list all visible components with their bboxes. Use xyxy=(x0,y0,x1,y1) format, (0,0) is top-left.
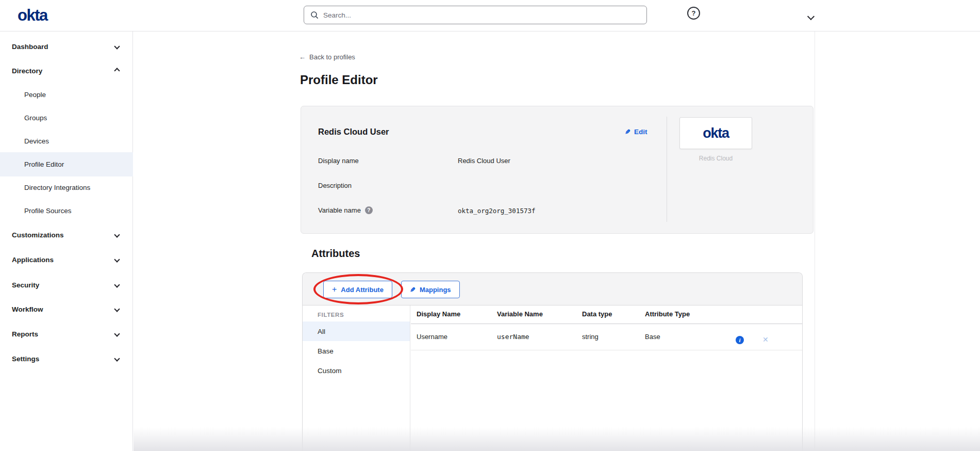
edit-pencil-icon: ✎ xyxy=(625,128,630,136)
chevron-down-icon xyxy=(807,13,815,20)
mappings-pencil-icon: ✎ xyxy=(410,286,416,294)
table-header-row: Display Name Variable Name Data type Att… xyxy=(411,305,802,324)
chevron-up-icon xyxy=(114,68,120,73)
back-to-profiles-link[interactable]: ← Back to profiles xyxy=(299,53,355,61)
add-attribute-button[interactable]: + Add Attribute xyxy=(323,281,392,298)
attributes-section-title: Attributes xyxy=(311,248,360,260)
sidebar-item-people[interactable]: People xyxy=(0,85,133,104)
sidebar-item-label: Groups xyxy=(24,114,47,122)
help-glyph: ? xyxy=(692,9,696,17)
sidebar-item-customizations[interactable]: Customizations xyxy=(0,225,133,244)
field-label-description: Description xyxy=(318,182,352,189)
sidebar-item-settings[interactable]: Settings xyxy=(0,349,133,368)
back-arrow-icon: ← xyxy=(299,53,306,61)
app-logo: okta xyxy=(679,117,752,149)
profile-name: Redis Cloud User xyxy=(318,127,389,137)
content-right-divider xyxy=(815,31,815,451)
chevron-down-icon xyxy=(114,356,120,361)
field-label-variable-name: Variable name ? xyxy=(318,206,373,214)
chevron-down-icon xyxy=(114,282,120,287)
field-label-display-name: Display name xyxy=(318,157,359,165)
add-attribute-label: Add Attribute xyxy=(341,286,384,294)
cell-attribute-type: Base xyxy=(645,333,660,341)
chevron-down-icon xyxy=(114,331,120,336)
search-input[interactable] xyxy=(323,11,640,19)
sidebar-item-dashboard[interactable]: Dashboard xyxy=(0,37,133,56)
global-search[interactable] xyxy=(304,6,647,24)
card-divider xyxy=(667,117,667,222)
sidebar-nav: Dashboard Directory People Groups Device… xyxy=(0,31,133,451)
col-attribute-type: Attribute Type xyxy=(645,310,690,318)
sidebar-item-label: People xyxy=(24,91,46,99)
filters-heading: FILTERS xyxy=(318,312,344,318)
sidebar-item-workflow[interactable]: Workflow xyxy=(0,300,133,318)
sidebar-item-label: Profile Sources xyxy=(24,207,72,215)
cell-variable-name: userName xyxy=(497,333,529,341)
sidebar-item-label: Reports xyxy=(12,330,38,338)
sidebar-item-label: Workflow xyxy=(12,305,43,313)
help-question-icon[interactable]: ? xyxy=(365,206,373,214)
filters-panel: FILTERS All Base Custom xyxy=(303,305,410,451)
table-row[interactable]: Username userName string Base i ✕ xyxy=(411,324,802,350)
mappings-label: Mappings xyxy=(420,286,451,294)
field-value-variable-name: okta_org2org_301573f xyxy=(458,207,536,215)
chevron-down-icon xyxy=(114,256,120,262)
cell-data-type: string xyxy=(582,333,599,341)
sidebar-item-profile-sources[interactable]: Profile Sources xyxy=(0,201,133,220)
chevron-down-icon xyxy=(114,306,120,312)
plus-icon: + xyxy=(332,285,337,294)
sidebar-item-label: Security xyxy=(12,281,39,289)
sidebar-item-label: Directory Integrations xyxy=(24,184,90,191)
profile-summary-card: Redis Cloud User ✎ Edit Display name Red… xyxy=(301,106,813,234)
sidebar-item-label: Settings xyxy=(12,355,39,363)
help-icon[interactable]: ? xyxy=(687,7,700,20)
sidebar-item-label: Applications xyxy=(12,256,54,264)
col-display-name: Display Name xyxy=(417,310,460,318)
sidebar-item-label: Profile Editor xyxy=(24,160,64,168)
chevron-down-icon xyxy=(114,43,120,49)
app-logo-text: okta xyxy=(703,125,729,141)
sidebar-item-directory[interactable]: Directory xyxy=(0,61,133,80)
user-menu-button[interactable] xyxy=(808,12,821,20)
sidebar-item-label: Directory xyxy=(12,67,42,75)
sidebar-item-directory-integrations[interactable]: Directory Integrations xyxy=(0,178,133,197)
attributes-table: Display Name Variable Name Data type Att… xyxy=(411,305,802,451)
top-bar: okta ? xyxy=(0,0,980,31)
sidebar-item-profile-editor[interactable]: Profile Editor xyxy=(0,152,133,176)
chevron-down-icon xyxy=(114,232,120,237)
info-icon[interactable]: i xyxy=(736,336,744,344)
field-value-display-name: Redis Cloud User xyxy=(458,157,510,165)
mappings-button[interactable]: ✎ Mappings xyxy=(401,281,460,298)
page-title: Profile Editor xyxy=(300,73,378,87)
sidebar-item-reports[interactable]: Reports xyxy=(0,325,133,343)
filter-option-all[interactable]: All xyxy=(303,321,410,341)
edit-label: Edit xyxy=(634,128,647,136)
search-icon xyxy=(310,11,319,19)
col-data-type: Data type xyxy=(582,310,612,318)
edit-profile-button[interactable]: ✎ Edit xyxy=(625,128,647,136)
sidebar-item-applications[interactable]: Applications xyxy=(0,250,133,269)
remove-icon[interactable]: ✕ xyxy=(762,335,769,344)
sidebar-item-label: Dashboard xyxy=(12,43,48,51)
sidebar-item-groups[interactable]: Groups xyxy=(0,108,133,127)
sidebar-item-label: Customizations xyxy=(12,231,64,239)
attributes-panel: + Add Attribute ✎ Mappings FILTERS All B… xyxy=(302,272,803,451)
sidebar-item-label: Devices xyxy=(24,137,49,145)
app-logo-caption: Redis Cloud xyxy=(679,155,752,162)
okta-admin-console: okta ? Dashboard Directory People Groups xyxy=(0,0,980,451)
filter-option-custom[interactable]: Custom xyxy=(303,361,410,380)
okta-logo: okta xyxy=(18,6,47,25)
back-link-label: Back to profiles xyxy=(309,53,355,61)
sidebar-item-security[interactable]: Security xyxy=(0,276,133,294)
filter-option-base[interactable]: Base xyxy=(303,341,410,361)
col-variable-name: Variable Name xyxy=(497,310,543,318)
attributes-toolbar: + Add Attribute ✎ Mappings xyxy=(303,273,802,305)
cell-display-name: Username xyxy=(417,333,447,341)
sidebar-item-devices[interactable]: Devices xyxy=(0,132,133,150)
